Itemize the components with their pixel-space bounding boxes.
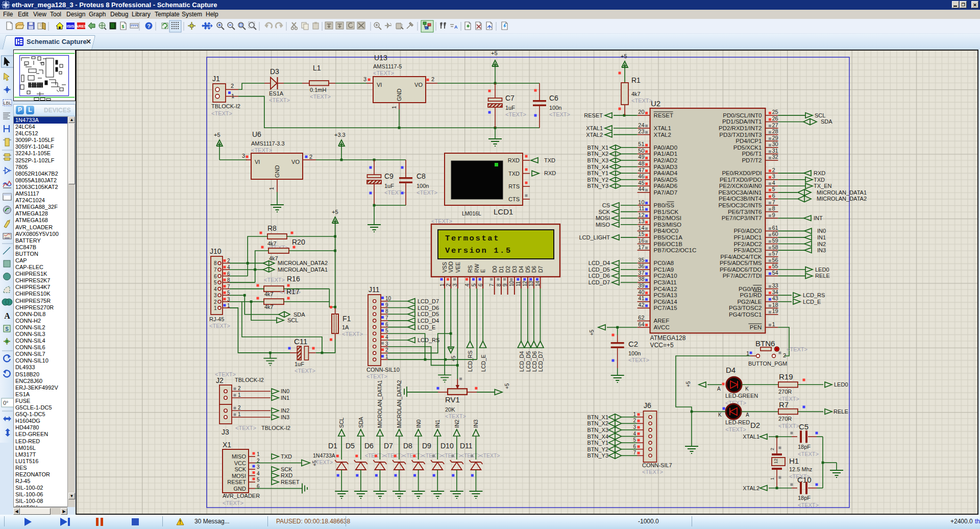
svg-text:1: 1: [391, 106, 397, 109]
svg-text:K: K: [745, 386, 749, 392]
svg-text:$: $: [121, 24, 124, 29]
svg-text:LCD1: LCD1: [494, 207, 513, 216]
svg-text:U13: U13: [374, 54, 387, 62]
svg-text:IN3: IN3: [281, 414, 289, 420]
svg-text:LED0: LED0: [834, 381, 848, 388]
svg-text:26: 26: [772, 115, 778, 122]
svg-text:2: 2: [633, 418, 636, 423]
svg-text:7: 7: [385, 315, 388, 321]
svg-text:TBLOCK-I2: TBLOCK-I2: [211, 103, 240, 109]
svg-text:D7: D7: [384, 442, 393, 450]
svg-text:3: 3: [772, 173, 775, 179]
svg-text:PF7/ADC7/TDI: PF7/ADC7/TDI: [723, 273, 762, 279]
svg-text:11: 11: [516, 281, 521, 286]
svg-text:PA7/AD7: PA7/AD7: [654, 189, 677, 196]
svg-text:PC1/A9: PC1/A9: [654, 267, 674, 273]
svg-text:1: 1: [214, 305, 217, 311]
svg-text:PF4/ADC4/TCK: PF4/ADC4/TCK: [720, 254, 762, 260]
svg-text:XTAL2: XTAL2: [743, 485, 760, 491]
svg-text:<TEXT>: <TEXT>: [631, 98, 652, 104]
svg-text:3: 3: [633, 424, 636, 430]
svg-text:PD3/TXD1/INT3: PD3/TXD1/INT3: [719, 132, 762, 138]
svg-text:BTN_Y1: BTN_Y1: [587, 440, 608, 446]
svg-text:<TEXT>: <TEXT>: [798, 502, 819, 508]
svg-text:PB0/SS: PB0/SS: [654, 202, 675, 208]
svg-text:LCD_RS: LCD_RS: [418, 337, 439, 343]
svg-text:PE6/T3/INT6: PE6/T3/INT6: [728, 209, 762, 215]
svg-text:LCD_E: LCD_E: [418, 324, 435, 330]
svg-text:LCD_D5: LCD_D5: [589, 267, 610, 273]
svg-text:TXD: TXD: [814, 177, 825, 183]
svg-text:MISO: MISO: [232, 453, 247, 460]
svg-text:J3: J3: [222, 428, 229, 436]
svg-text:35: 35: [638, 257, 644, 263]
svg-text:LCD_D6: LCD_D6: [531, 351, 537, 372]
svg-text:1A: 1A: [342, 324, 349, 330]
svg-text:56: 56: [772, 257, 778, 263]
svg-text:<TEXT>: <TEXT>: [342, 331, 363, 337]
svg-text:4: 4: [385, 334, 388, 340]
svg-text:ES1A: ES1A: [269, 90, 284, 97]
svg-text:1: 1: [269, 187, 275, 190]
svg-text:PE1/TXD0/PDO: PE1/TXD0/PDO: [720, 177, 762, 183]
svg-text:4: 4: [464, 283, 470, 286]
svg-text:D0: D0: [492, 266, 498, 273]
svg-text:AMS1117-5: AMS1117-5: [373, 63, 402, 69]
svg-text:C7: C7: [505, 94, 514, 102]
svg-text:57: 57: [772, 250, 778, 256]
svg-text:5: 5: [227, 290, 230, 296]
svg-text:IN2: IN2: [817, 241, 826, 247]
svg-text:PE0/RXD0/PDI: PE0/RXD0/PDI: [722, 170, 762, 176]
svg-text:12: 12: [522, 280, 528, 286]
svg-text:1: 1: [231, 93, 234, 99]
svg-text:PD2/RXD1/INT2: PD2/RXD1/INT2: [719, 125, 762, 131]
svg-text:PC3/A11: PC3/A11: [654, 279, 677, 285]
svg-text:11: 11: [639, 205, 644, 211]
svg-text:IN2: IN2: [454, 420, 460, 428]
svg-text:C8: C8: [416, 172, 426, 180]
svg-text:TBLOCK-I2: TBLOCK-I2: [235, 377, 264, 383]
svg-text:10: 10: [509, 280, 514, 286]
svg-text:H1: H1: [789, 456, 799, 465]
svg-text:XTAL1: XTAL1: [654, 125, 671, 131]
svg-text:43: 43: [772, 295, 778, 301]
svg-text:+5: +5: [621, 53, 627, 59]
svg-text:ISIS: ISIS: [66, 24, 75, 29]
svg-text:5: 5: [772, 186, 775, 192]
svg-text:XTAL2: XTAL2: [654, 132, 671, 138]
svg-text:A: A: [746, 412, 749, 418]
svg-text:1N4733A: 1N4733A: [313, 452, 335, 459]
svg-text:TXD: TXD: [281, 453, 292, 460]
svg-text:PC2/A10: PC2/A10: [654, 273, 677, 279]
svg-text:PC0/A8: PC0/A8: [654, 260, 674, 266]
svg-text:PA5/AD5: PA5/AD5: [654, 177, 677, 183]
svg-text:12: 12: [638, 212, 644, 218]
svg-text:D2: D2: [505, 266, 511, 273]
svg-text:1: 1: [227, 303, 230, 308]
svg-text:LCD_D5: LCD_D5: [525, 351, 531, 372]
svg-text:IN0: IN0: [281, 388, 289, 394]
svg-text:PG1/RD: PG1/RD: [740, 292, 762, 298]
svg-text:BTN_X1: BTN_X1: [587, 414, 608, 420]
svg-text:PC7/A15: PC7/A15: [654, 305, 677, 311]
svg-text:LCD_RS: LCD_RS: [467, 351, 473, 372]
svg-text:<TEXT>: <TEXT>: [445, 413, 466, 419]
svg-text:BTN_Y2: BTN_Y2: [587, 177, 608, 183]
svg-text:MOSI: MOSI: [596, 215, 610, 221]
svg-text:D7: D7: [537, 266, 544, 273]
svg-text:47: 47: [638, 167, 644, 173]
svg-text:1uF: 1uF: [384, 183, 394, 189]
svg-text:D11: D11: [460, 442, 473, 450]
svg-text:29: 29: [772, 135, 778, 141]
svg-text:PA2/AD2: PA2/AD2: [654, 157, 677, 163]
svg-text:30: 30: [772, 141, 778, 147]
svg-text:IN3: IN3: [473, 420, 479, 428]
svg-text:PA1/AD1: PA1/AD1: [654, 151, 677, 157]
svg-text:<TEXT>: <TEXT>: [251, 147, 272, 153]
svg-text:CONN-SIL7: CONN-SIL7: [642, 462, 672, 468]
svg-text:64: 64: [638, 321, 644, 327]
svg-text:100n: 100n: [416, 183, 429, 189]
svg-text:XTAL1: XTAL1: [586, 125, 603, 131]
svg-text:PEN: PEN: [750, 324, 762, 330]
svg-text:<TEXT>: <TEXT>: [480, 452, 500, 459]
